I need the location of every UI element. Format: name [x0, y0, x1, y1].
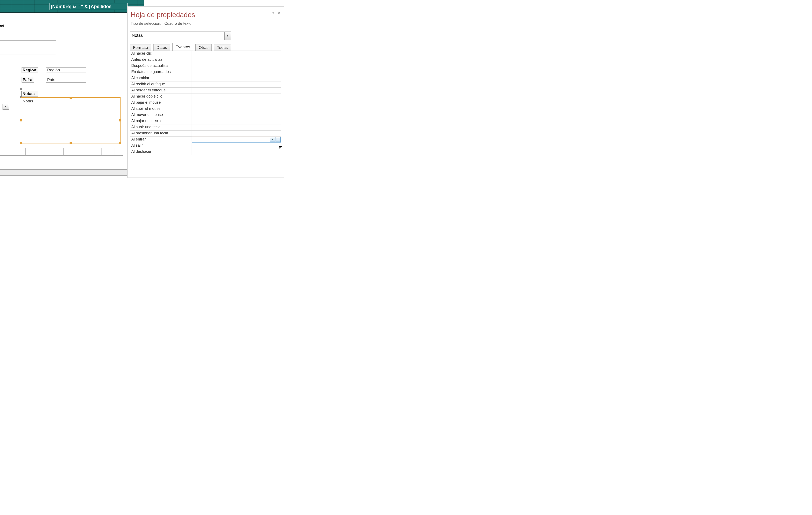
- pais-label: País:: [22, 77, 34, 83]
- pane-options-chevron-icon[interactable]: ▼: [272, 11, 274, 15]
- event-row[interactable]: Al deshacer: [130, 149, 281, 155]
- pais-field[interactable]: País: [46, 77, 86, 83]
- event-row[interactable]: Al salir: [130, 143, 281, 149]
- notas-label: Notas:: [21, 91, 38, 97]
- region-label: Región:: [22, 67, 38, 73]
- property-sheet-pane: Hoja de propiedades ▼ ✕ Tipo de selecció…: [127, 6, 284, 178]
- resize-handle-bottom[interactable]: [69, 142, 72, 144]
- event-value-cell[interactable]: [192, 57, 281, 63]
- combobox-dropdown-button[interactable]: ▼: [3, 104, 9, 110]
- events-property-grid[interactable]: Al hacer clicAntes de actualizarDespués …: [130, 51, 281, 167]
- event-value-cell[interactable]: [192, 88, 281, 93]
- event-name-cell: Al salir: [130, 143, 192, 149]
- event-row[interactable]: Al cambiar: [130, 75, 281, 81]
- event-row[interactable]: Al subir el mouse: [130, 106, 281, 112]
- event-row[interactable]: Antes de actualizar: [130, 57, 281, 63]
- event-value-cell[interactable]: [192, 112, 281, 118]
- event-row[interactable]: Después de actualizar: [130, 63, 281, 69]
- event-row[interactable]: Al subir una tecla: [130, 125, 281, 131]
- tab-todas[interactable]: Todas: [214, 44, 231, 51]
- resize-handle-br[interactable]: [119, 142, 121, 144]
- property-sheet-title: Hoja de propiedades: [131, 11, 195, 19]
- event-value-cell[interactable]: [192, 131, 281, 136]
- event-builder-button[interactable]: ⋯: [276, 137, 281, 142]
- event-row[interactable]: Al hacer clic: [130, 51, 281, 57]
- event-name-cell: Al entrar: [130, 137, 192, 143]
- event-name-cell: Al bajar el mouse: [130, 100, 192, 106]
- region-field[interactable]: Región: [46, 67, 86, 73]
- tab-fragment[interactable]: nal: [0, 23, 11, 29]
- event-value-cell[interactable]: [192, 63, 281, 69]
- event-value-cell[interactable]: [192, 149, 281, 155]
- event-name-cell: Antes de actualizar: [130, 57, 192, 63]
- event-name-cell: Al presionar una tecla: [130, 131, 192, 136]
- tab-eventos[interactable]: Eventos: [172, 43, 193, 51]
- tab-otras[interactable]: Otras: [195, 44, 211, 51]
- event-name-cell: Al cambiar: [130, 75, 192, 81]
- event-value-cell[interactable]: ▼⋯: [192, 137, 281, 143]
- header-expression-textbox[interactable]: [Nombre] & " " & [Apellidos: [49, 3, 127, 10]
- event-name-cell: En datos no guardados: [130, 69, 192, 75]
- tab-formato[interactable]: Formato: [130, 44, 151, 51]
- event-row[interactable]: Al bajar el mouse: [130, 100, 281, 106]
- event-name-cell: Al subir una tecla: [130, 125, 192, 130]
- event-row[interactable]: Al perder el enfoque: [130, 88, 281, 94]
- tab-datos[interactable]: Datos: [153, 44, 170, 51]
- event-name-cell: Al deshacer: [130, 149, 192, 155]
- event-value-cell[interactable]: [192, 106, 281, 112]
- event-name-cell: Después de actualizar: [130, 63, 192, 69]
- event-value-cell[interactable]: [192, 94, 281, 100]
- event-row[interactable]: Al recibir el enfoque: [130, 81, 281, 88]
- event-name-cell: Al bajar una tecla: [130, 118, 192, 124]
- event-value-cell[interactable]: [192, 69, 281, 75]
- event-value-dropdown-icon[interactable]: ▼: [270, 137, 275, 142]
- event-value-cell[interactable]: [192, 143, 281, 149]
- property-tabs: Formato Datos Eventos Otras Todas: [130, 43, 232, 51]
- form-detail-section: nal Región: Región País: País ▼ Notas: N…: [0, 13, 142, 182]
- event-name-cell: Al hacer doble clic: [130, 94, 192, 100]
- event-value-cell[interactable]: [192, 81, 281, 87]
- event-value-cell[interactable]: [192, 100, 281, 106]
- object-selector-combobox[interactable]: Notas ▼: [130, 31, 231, 40]
- resize-handle-left[interactable]: [20, 119, 22, 121]
- object-selector-chevron-icon[interactable]: ▼: [224, 32, 231, 40]
- event-value-cell[interactable]: [192, 118, 281, 124]
- selection-type-prefix: Tipo de selección:: [131, 21, 161, 26]
- event-name-cell: Al hacer clic: [130, 51, 192, 57]
- event-row[interactable]: Al entrar▼⋯: [130, 137, 281, 143]
- event-row[interactable]: Al bajar una tecla: [130, 118, 281, 125]
- event-name-cell: Al recibir el enfoque: [130, 81, 192, 87]
- object-selector-value: Notas: [132, 33, 143, 38]
- event-row[interactable]: En datos no guardados: [130, 69, 281, 75]
- resize-handle-bl[interactable]: [20, 142, 22, 144]
- resize-handle-right[interactable]: [119, 119, 121, 121]
- selection-type-value: Cuadro de texto: [164, 21, 192, 26]
- event-value-cell[interactable]: [192, 125, 281, 130]
- selection-handle[interactable]: [20, 88, 22, 90]
- form-footer-area: [0, 178, 127, 182]
- event-row[interactable]: Al hacer doble clic: [130, 94, 281, 100]
- pane-close-icon[interactable]: ✕: [277, 11, 281, 16]
- event-value-cell[interactable]: [192, 75, 281, 81]
- notas-textbox-selected[interactable]: Notas: [21, 97, 120, 143]
- selection-type-line: Tipo de selección: Cuadro de texto: [131, 21, 192, 26]
- event-value-cell[interactable]: [192, 51, 281, 57]
- horizontal-ruler-fragment: [0, 148, 123, 156]
- event-name-cell: Al perder el enfoque: [130, 88, 192, 93]
- event-name-cell: Al mover el mouse: [130, 112, 192, 118]
- textbox-control[interactable]: [0, 40, 56, 55]
- form-header-section: [Nombre] & " " & [Apellidos: [0, 0, 144, 13]
- event-row[interactable]: Al mover el mouse: [130, 112, 281, 118]
- form-footer-section-bar[interactable]: [0, 169, 127, 175]
- resize-handle-top[interactable]: [69, 97, 72, 99]
- event-row[interactable]: Al presionar una tecla: [130, 131, 281, 137]
- event-name-cell: Al subir el mouse: [130, 106, 192, 112]
- notas-bound-field: Notas: [23, 99, 33, 104]
